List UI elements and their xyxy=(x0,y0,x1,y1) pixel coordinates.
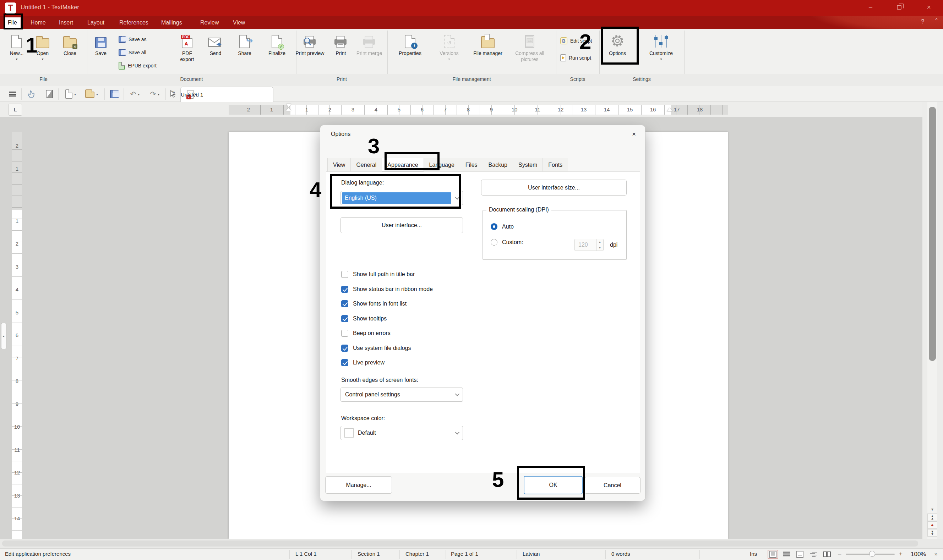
tab-files[interactable]: Files xyxy=(460,158,483,172)
sidebar-toggle-icon[interactable] xyxy=(43,88,55,100)
open-folder-icon[interactable]: ▾ xyxy=(82,88,101,100)
tab-general[interactable]: General xyxy=(350,158,382,172)
status-page[interactable]: Page 1 of 1 xyxy=(451,551,478,557)
status-word-count[interactable]: 0 words xyxy=(612,551,630,557)
new-document-icon[interactable]: ▾ xyxy=(63,88,79,100)
touch-mode-icon[interactable] xyxy=(25,88,37,100)
help-icon[interactable]: ? xyxy=(921,18,924,25)
right-indent-marker[interactable] xyxy=(667,108,672,111)
checkbox-show-status-bar[interactable]: Show status bar in ribbon mode xyxy=(341,285,433,294)
status-section[interactable]: Section 1 xyxy=(357,551,380,557)
ribbon-button-share[interactable]: ↪ Share xyxy=(233,32,256,73)
ribbon-button-run-script[interactable]: Run script xyxy=(560,52,591,63)
dialog-close-icon[interactable]: × xyxy=(632,130,636,138)
checkbox-beep-on-errors[interactable]: Beep on errors xyxy=(341,329,391,338)
zoom-level[interactable]: 100% xyxy=(911,551,926,558)
zoom-out-icon[interactable]: – xyxy=(838,551,841,557)
menu-references[interactable]: References xyxy=(116,17,152,28)
first-line-indent-marker[interactable] xyxy=(286,104,291,107)
workspace-color-select[interactable]: Default xyxy=(341,426,463,440)
smooth-fonts-select[interactable]: Control panel settings xyxy=(341,388,463,402)
status-overflow-icon[interactable]: » xyxy=(934,551,937,557)
dialog-language-select[interactable]: English (US) xyxy=(341,191,463,205)
zoom-in-icon[interactable]: + xyxy=(899,551,903,557)
radio-custom[interactable]: Custom: xyxy=(491,239,523,246)
tab-stop-selector[interactable]: L xyxy=(9,104,22,116)
checkbox-show-fonts[interactable]: Show fonts in font list xyxy=(341,299,407,308)
page-view-icon[interactable] xyxy=(767,550,778,559)
ribbon-button-properties[interactable]: i Properties xyxy=(394,32,426,73)
menu-home[interactable]: Home xyxy=(27,17,49,28)
undo-icon[interactable]: ↶▾ xyxy=(126,88,143,100)
scroll-down-icon[interactable]: ▼ xyxy=(928,507,937,512)
checkbox-system-file-dialogs[interactable]: Use system file dialogs xyxy=(341,343,411,353)
minimize-button[interactable]: – xyxy=(859,0,882,14)
previous-page-button[interactable]: ▲▲ xyxy=(928,514,937,521)
ok-button[interactable]: OK xyxy=(524,476,582,494)
menu-mailings[interactable]: Mailings xyxy=(158,17,186,28)
left-indent-marker[interactable] xyxy=(286,108,291,111)
user-interface-button[interactable]: User interface... xyxy=(341,217,463,233)
ribbon-button-new[interactable]: New... ▾ xyxy=(5,32,28,73)
tab-view[interactable]: View xyxy=(327,158,350,172)
menu-layout[interactable]: Layout xyxy=(84,17,108,28)
checkbox[interactable] xyxy=(341,315,348,322)
fullscreen-view-icon[interactable] xyxy=(795,550,805,559)
ribbon-button-options[interactable]: Options xyxy=(603,32,632,73)
document-tab[interactable]: Untitled 1 × xyxy=(180,86,273,102)
checkbox[interactable] xyxy=(341,300,348,307)
outline-view-icon[interactable] xyxy=(808,550,819,559)
ribbon-button-save-all[interactable]: Save all xyxy=(119,47,146,58)
ribbon-button-finalize[interactable]: ✓ Finalize xyxy=(263,32,290,73)
ribbon-button-save[interactable]: Save xyxy=(91,32,111,73)
sidebar-menu-icon[interactable] xyxy=(6,88,18,100)
ribbon-button-epub-export[interactable]: EPUB export xyxy=(119,60,157,71)
status-insert-mode[interactable]: Ins xyxy=(750,551,757,557)
cancel-button[interactable]: Cancel xyxy=(584,477,641,494)
browse-object-button[interactable]: ● xyxy=(928,521,937,529)
tab-system[interactable]: System xyxy=(513,158,542,172)
ribbon-button-pdf-export[interactable]: PDFᴀ PDF export xyxy=(175,32,200,73)
menu-review[interactable]: Review xyxy=(197,17,222,28)
vertical-ruler[interactable]: 2 1 1 2 3 4 5 6 7 8 9 10 11 12 13 14 xyxy=(12,132,22,539)
next-page-button[interactable]: ▼▼ xyxy=(928,529,937,537)
checkbox[interactable] xyxy=(341,286,348,293)
checkbox-show-tooltips[interactable]: Show tooltips xyxy=(341,314,387,323)
status-position[interactable]: L 1 Col 1 xyxy=(296,551,316,557)
status-chapter[interactable]: Chapter 1 xyxy=(405,551,429,557)
tab-language[interactable]: Language xyxy=(424,158,460,172)
ribbon-button-save-as[interactable]: Save as xyxy=(119,34,146,45)
checkbox[interactable] xyxy=(341,271,348,278)
ribbon-button-print-preview[interactable]: Print preview xyxy=(295,32,325,73)
zoom-slider-thumb[interactable] xyxy=(869,551,875,557)
menu-file[interactable]: File xyxy=(4,17,21,28)
horizontal-scrollbar[interactable] xyxy=(0,539,943,548)
scrollbar-thumb[interactable] xyxy=(2,540,918,546)
ribbon-button-close[interactable]: × Close xyxy=(57,32,83,73)
tab-fonts[interactable]: Fonts xyxy=(542,158,568,172)
ribbon-button-file-manager[interactable]: File manager xyxy=(473,32,503,73)
toolbar-overflow-icon[interactable]: » xyxy=(169,86,178,98)
left-panel-handle[interactable]: ▸ xyxy=(1,323,6,349)
restore-button[interactable] xyxy=(888,0,910,14)
checkbox-show-full-path[interactable]: Show full path in title bar xyxy=(341,270,415,279)
menu-insert[interactable]: Insert xyxy=(55,17,77,28)
checkbox-live-preview[interactable]: Live preview xyxy=(341,358,385,367)
scrollbar-thumb[interactable] xyxy=(929,107,936,361)
checkbox[interactable] xyxy=(341,345,348,352)
close-window-button[interactable]: × xyxy=(917,0,940,14)
status-language[interactable]: Latvian xyxy=(522,551,540,557)
checkbox[interactable] xyxy=(341,359,348,366)
redo-icon[interactable]: ↷▾ xyxy=(146,88,163,100)
radio-button[interactable] xyxy=(491,239,498,246)
book-view-icon[interactable] xyxy=(821,550,832,559)
tab-appearance[interactable]: Appearance xyxy=(382,158,423,172)
vertical-scrollbar[interactable]: ▲ ▼ ▲▲ ● ▼▼ xyxy=(922,102,943,539)
spin-up-icon[interactable]: ▲ xyxy=(596,239,603,245)
spinner-buttons[interactable]: ▲▼ xyxy=(596,239,603,251)
tab-backup[interactable]: Backup xyxy=(483,158,513,172)
ribbon-button-send[interactable]: Send xyxy=(205,32,227,73)
normal-view-icon[interactable] xyxy=(781,550,792,559)
checkbox[interactable] xyxy=(341,330,348,337)
manage-button[interactable]: Manage... xyxy=(325,476,392,494)
